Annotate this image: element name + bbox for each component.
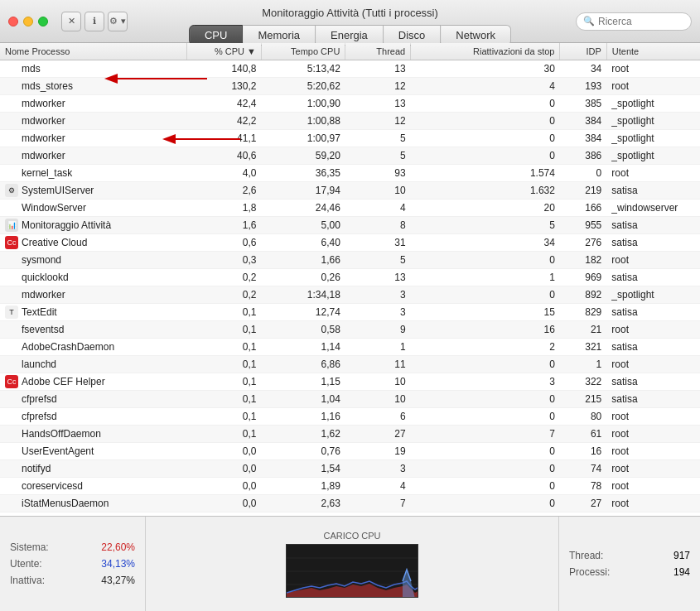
utente-cell: root	[606, 321, 700, 339]
riatt-cell: 0	[411, 478, 560, 495]
process-name-text: cfprefsd	[22, 393, 57, 405]
process-name-cell: mdworker	[0, 95, 186, 112]
table-row[interactable]: CcCreative Cloud0,66,403134276satisa	[0, 234, 700, 252]
process-name-text: kernel_task	[22, 167, 72, 179]
thread-cell: 10	[345, 391, 411, 408]
table-row[interactable]: mds_stores130,25:20,62124193root	[0, 78, 700, 95]
table-row[interactable]: mdworker40,659,2050386_spotlight	[0, 147, 700, 165]
riatt-cell: 5	[411, 217, 560, 234]
idp-cell: 955	[560, 217, 606, 234]
process-icon-empty	[5, 166, 18, 180]
table-row[interactable]: quicklookd0,20,26131969satisa	[0, 269, 700, 286]
table-row[interactable]: mdworker42,41:00,90130385_spotlight	[0, 95, 700, 113]
tab-energia[interactable]: Energia	[316, 25, 384, 46]
table-row[interactable]: fseventsd0,10,5891621root	[0, 321, 700, 339]
table-row[interactable]: sysmond0,31,6650182root	[0, 252, 700, 269]
thread-label: Thread:	[569, 550, 603, 561]
tab-memoria[interactable]: Memoria	[243, 25, 316, 46]
col-header-cpu[interactable]: % CPU ▼	[186, 43, 261, 60]
utente-cell: root	[606, 460, 700, 478]
table-row[interactable]: mds140,85:13,42133034root	[0, 60, 700, 78]
thread-cell: 6	[345, 408, 411, 426]
process-name-text: coreservicesd	[22, 480, 83, 492]
table-row[interactable]: cfprefsd0,11,04100215satisa	[0, 391, 700, 408]
riatt-cell: 0	[411, 130, 560, 147]
thread-cell: 13	[345, 269, 411, 286]
utente-cell: root	[606, 356, 700, 373]
thread-cell: 13	[345, 60, 411, 78]
search-box[interactable]: 🔍	[576, 12, 692, 31]
table-row[interactable]: mdworker42,21:00,88120384_spotlight	[0, 113, 700, 130]
table-row[interactable]: 📊Monitoraggio Attività1,65,0085955satisa	[0, 217, 700, 234]
close-button[interactable]	[8, 17, 18, 26]
table-row[interactable]: cfprefsd0,11,166080root	[0, 408, 700, 426]
time-cell: 1,66	[261, 252, 345, 269]
process-name-text: WindowServer	[22, 202, 86, 214]
process-name-cell: mdworker	[0, 130, 186, 147]
process-name-cell: fseventsd	[0, 321, 186, 338]
tab-network[interactable]: Network	[441, 25, 511, 46]
process-name-cell: HandsOffDaemon	[0, 426, 186, 442]
maximize-button[interactable]	[38, 17, 48, 26]
time-cell: 59,20	[261, 147, 345, 165]
idp-cell: 21	[560, 321, 606, 339]
thread-cell: 12	[345, 113, 411, 130]
time-cell: 6,40	[261, 234, 345, 252]
idp-cell: 78	[560, 478, 606, 495]
idp-cell: 34	[560, 60, 606, 78]
idp-cell: 80	[560, 408, 606, 426]
col-header-nome[interactable]: Nome Processo	[0, 43, 186, 60]
process-name-text: mds_stores	[22, 80, 73, 92]
col-header-utente[interactable]: Utente	[606, 43, 700, 60]
time-cell: 1:00,97	[261, 130, 345, 147]
processi-label: Processi:	[569, 566, 610, 578]
table-row[interactable]: UserEventAgent0,00,7619016root	[0, 443, 700, 460]
cpu-cell: 0,1	[186, 339, 261, 356]
processi-row: Processi: 194	[569, 566, 690, 578]
col-header-riatt[interactable]: Riattivazioni da stop	[411, 43, 560, 60]
inattiva-row: Inattiva: 43,27%	[10, 575, 135, 586]
utente-cell: root	[606, 252, 700, 269]
col-header-thread[interactable]: Thread	[345, 43, 411, 60]
table-row[interactable]: coreservicesd0,01,894078root	[0, 478, 700, 495]
table-row[interactable]: iStatMenusDaemon0,02,637027root	[0, 495, 700, 512]
process-name-text: quicklookd	[22, 272, 69, 283]
table-row[interactable]: WindowServer1,824,46420166_windowserver	[0, 200, 700, 217]
riatt-cell: 0	[411, 95, 560, 113]
table-row[interactable]: mdworker41,11:00,9750384_spotlight	[0, 130, 700, 147]
thread-cell: 4	[345, 478, 411, 495]
time-cell: 1,14	[261, 339, 345, 356]
tab-cpu[interactable]: CPU	[189, 25, 243, 46]
table-row[interactable]: TTextEdit0,112,74315829satisa	[0, 304, 700, 321]
time-cell: 1,16	[261, 408, 345, 426]
process-table-container[interactable]: Nome Processo % CPU ▼ Tempo CPU Thread R…	[0, 43, 700, 516]
minimize-button[interactable]	[23, 17, 33, 26]
process-name-text: SystemUIServer	[22, 185, 94, 196]
table-row[interactable]: AdobeCrashDaemon0,11,1412321satisa	[0, 339, 700, 356]
riatt-cell: 0	[411, 356, 560, 373]
gear-button[interactable]: ⚙ ▾	[108, 12, 128, 31]
cpu-cell: 0,3	[186, 252, 261, 269]
info-button[interactable]: ℹ	[84, 12, 104, 31]
cpu-cell: 0,1	[186, 373, 261, 391]
inattiva-value: 43,27%	[101, 575, 135, 586]
utente-cell: root	[606, 443, 700, 460]
idp-cell: 215	[560, 391, 606, 408]
table-row[interactable]: mdworker0,21:34,1830892_spotlight	[0, 286, 700, 304]
table-row[interactable]: launchd0,16,861101root	[0, 356, 700, 373]
tab-disco[interactable]: Disco	[384, 25, 442, 46]
process-table: Nome Processo % CPU ▼ Tempo CPU Thread R…	[0, 43, 700, 516]
riatt-cell: 0	[411, 443, 560, 460]
table-row[interactable]: notifyd0,01,543074root	[0, 460, 700, 478]
riatt-cell: 0	[411, 252, 560, 269]
col-header-tempo[interactable]: Tempo CPU	[261, 43, 345, 60]
table-row[interactable]: ⚙SystemUIServer2,617,94101.632219satisa	[0, 182, 700, 200]
chart-label: CARICO CPU	[323, 531, 380, 541]
table-row[interactable]: CcAdobe CEF Helper0,11,15103322satisa	[0, 373, 700, 391]
time-cell: 17,94	[261, 182, 345, 200]
col-header-idp[interactable]: IDP	[560, 43, 606, 60]
search-input[interactable]	[598, 16, 684, 27]
table-row[interactable]: HandsOffDaemon0,11,6227761root	[0, 426, 700, 443]
table-row[interactable]: kernel_task4,036,35931.5740root	[0, 165, 700, 182]
back-button[interactable]: ✕	[61, 12, 81, 31]
